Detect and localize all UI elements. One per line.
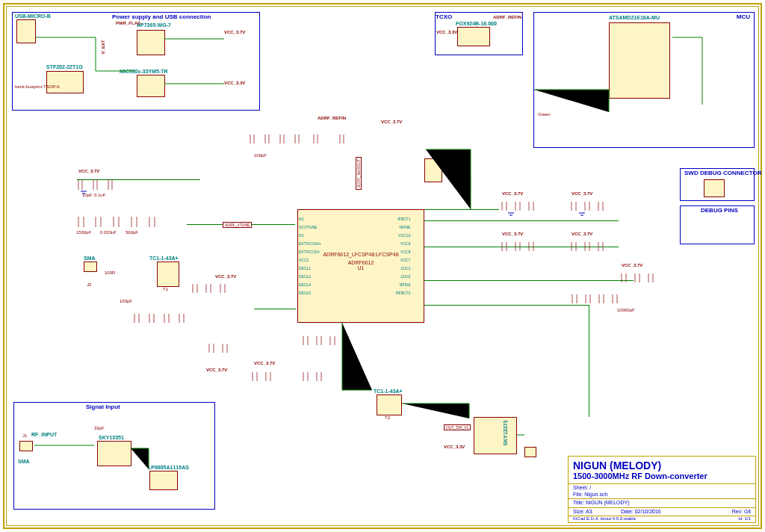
vcc37-r3: VCC_3.7V [502, 232, 523, 236]
cap-100pf-1: 100pF [120, 299, 132, 303]
pwr-flag: PWR_FLAG [116, 21, 141, 25]
tc4-name: TC4-1W+ [443, 158, 465, 164]
cap-01uf-grid: 0.1uF [94, 193, 105, 197]
vcc37-mid-rail: VCC_3.7V [381, 120, 402, 124]
j2-ref: J2 [87, 282, 91, 287]
wire8 [254, 309, 296, 309]
sma-out [524, 447, 536, 457]
section-signal-label: Signal Input [86, 403, 120, 410]
rf-input-label: RF_INPUT [31, 432, 57, 437]
net-adrf-muxout: ADRF_MUXOUT [356, 157, 362, 190]
adrf-ref: U1 [323, 265, 398, 270]
t1-ref: T1 [163, 287, 168, 291]
cap-150pf: 150pF [459, 182, 471, 186]
section-tcxo-label: TCXO [436, 13, 452, 20]
cap-1500pf: 1500pF [76, 230, 91, 235]
sky-vcc33: VCC_3.3V [444, 445, 465, 449]
adrf-refin-2: ADRF_REFIN [318, 116, 346, 120]
chip-stf202 [46, 71, 84, 93]
section-mcu-label: MCU [737, 13, 750, 20]
t2-ref: T2 [385, 415, 390, 420]
pin-right-cluster: IFBCT1 NFINE VCC10 VCC9 VCC8 VCC7 LDO1 L… [396, 215, 410, 297]
usb-label: USB-MICRO-B [15, 13, 51, 19]
pin-left-cluster: NC VCOTUNE NC EXTVCO1N+ EXTVCO1N- VCC1 D… [299, 215, 321, 297]
pwr-vcc37-1: VCC_3.7V [224, 30, 245, 34]
ap7365-name: AP7365-WG-7 [137, 22, 171, 28]
sma-j1 [19, 441, 33, 451]
section-power [12, 12, 260, 111]
title-subtitle: 1500-3000MHz RF Down-converter [573, 471, 707, 480]
atsamd-name: ATSAMD21E18A-MU [609, 15, 660, 20]
chip-atsamd [609, 22, 670, 99]
title-tool: KiCad E.D.A. kicad 4.0.2-stable [573, 516, 636, 521]
usb-connector [16, 19, 36, 43]
t2-name: TC1-1-43A+ [374, 389, 403, 394]
wire2 [424, 220, 619, 221]
mic550x-name: MIC550x-33YM5-TR [120, 69, 168, 74]
chip-ap7365 [137, 30, 165, 55]
vcc37-bot2: VCC_3.7V [254, 361, 275, 365]
transformer-t2 [377, 395, 402, 415]
title-date: Date: 02/10/2016 [621, 509, 661, 514]
sky13373-name: SKY13373 [503, 421, 508, 446]
vcc37-bot1: VCC_3.7V [206, 368, 227, 372]
sma-j2-label: SMA [84, 256, 96, 261]
tcxo-vcc33: VCC_3.3V [436, 30, 457, 34]
hack-footprint-label: hack-footprint:TSOP-6 [15, 84, 60, 89]
cap-100pf-tr: 100pF [254, 153, 267, 158]
stf202-name: STF202-22T1G [46, 64, 83, 69]
swd-connector [704, 179, 725, 197]
net-out-sw-v1: OUT_SW_V1 [444, 424, 471, 430]
wire5 [424, 305, 589, 306]
vcc37-r1: VCC_3.7V [502, 191, 523, 196]
lp0805-name: LP0805A1119AS [148, 465, 189, 470]
cap-10000pf: 10000pF [617, 308, 635, 312]
title-size: Size: A3 [573, 509, 592, 514]
res-100r: 100R [105, 270, 115, 275]
adrf-name: ADRF6612 [323, 259, 398, 265]
title-sheet: Sheet: / [573, 485, 591, 490]
wire3 [424, 247, 619, 247]
sky13351-name: SKY13351 [99, 435, 124, 440]
wire1 [424, 209, 499, 210]
led-green: Green [538, 112, 551, 117]
title-id: Id: 1/1 [738, 516, 751, 521]
net-adrf-vtune: ADRF_VTUNE [223, 222, 252, 228]
t1-name: TC1-1-43A+ [149, 256, 179, 261]
wire4 [424, 280, 634, 281]
chip-sky13351 [97, 441, 131, 466]
chip-fox924b [457, 27, 490, 46]
vcc37-r5: VCC_3.7V [622, 263, 642, 267]
adrf-part: ADRF6612_LFCSP48:LFCSP48 [323, 251, 398, 256]
transformer-t1 [157, 262, 179, 287]
vcc37-top-rail: VCC_3.7V [78, 169, 99, 173]
title-project: NIGUN (MELODY) [573, 460, 661, 471]
chip-lp0805 [149, 471, 178, 490]
wire9 [77, 179, 200, 180]
vcc37-r6: VCC_3.7V [215, 274, 236, 279]
fox924b-name: FOX924B-16.000 [456, 21, 497, 26]
pwr-vext: V_EXT [101, 40, 105, 54]
cap-0033uf: 0.033uF [100, 230, 117, 235]
transformer-tc4 [424, 158, 442, 182]
vcc37-r2: VCC_3.7V [572, 191, 592, 196]
vcc37-r4: VCC_3.7V [572, 232, 592, 236]
wire6 [589, 305, 589, 417]
section-power-label: Power supply and USB connection [112, 13, 211, 20]
section-swd-label: SWD DEBUG CONNECTOR [684, 170, 761, 176]
sma-j2 [84, 262, 97, 272]
title-file: File: Nigun.sch [573, 492, 607, 497]
cap-10pf-grid: 10pF [82, 193, 93, 197]
title-block: NIGUN (MELODY) 1500-3000MHz RF Down-conv… [568, 456, 756, 523]
chip-sky13373 [474, 417, 517, 454]
chip-mic550x [137, 75, 165, 97]
pwr-vcc33-1: VCC_3.3V [224, 81, 245, 85]
title-title-row: Title: NIGUN (MELODY) [573, 500, 630, 505]
cap-33pf: 33pF [94, 426, 105, 430]
j1-ref: J1 [22, 433, 27, 438]
adrf-refin-label: ADRF_REFIN [493, 15, 521, 19]
title-rev: Rev: Git [732, 509, 751, 514]
section-debug-label: DEBUG PINS [701, 207, 738, 214]
cap-560pf: 560pF [126, 230, 138, 235]
sma-j1-label: SMA [18, 459, 30, 464]
